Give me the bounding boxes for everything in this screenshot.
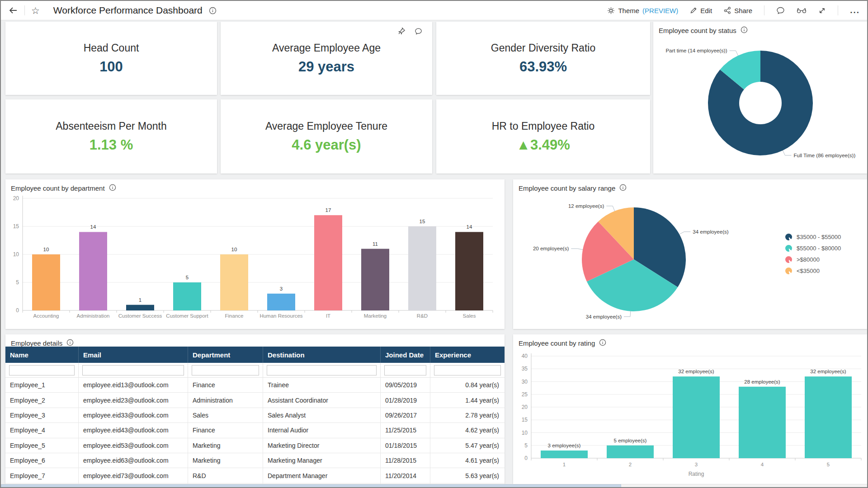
bar-finance[interactable] — [220, 254, 248, 310]
table-cell: employee.eid53@outlook.com — [78, 438, 188, 453]
comment-bubble-icon[interactable] — [415, 27, 422, 35]
rating-bar-chart[interactable]: 05101520253035403 employee(s)15 employee… — [513, 334, 867, 484]
bar-human-resources[interactable] — [267, 294, 295, 310]
kpi-value: 29 years — [298, 59, 354, 75]
kpi-card-head-count: Head Count 100 — [5, 22, 217, 95]
info-icon[interactable] — [109, 184, 116, 192]
bar-2[interactable] — [607, 446, 654, 458]
toolbar-divider — [24, 5, 25, 15]
table-cell: Trainee — [263, 378, 380, 392]
bar-sales[interactable] — [455, 232, 483, 310]
horizontal-scrollbar — [1, 484, 867, 488]
table-cell: 11/28/2015 — [380, 453, 430, 468]
top-toolbar: ☆ Workforce Performance Dashboard Theme … — [1, 1, 867, 20]
bar-value-label: 14 — [90, 224, 96, 230]
bar-value-label: 32 employee(s) — [678, 369, 714, 374]
table-cell: Marketing — [188, 453, 263, 468]
svg-text:10: 10 — [13, 251, 19, 258]
comments-button[interactable] — [776, 6, 785, 14]
column-header-department[interactable]: Department — [188, 347, 263, 363]
share-button[interactable]: Share — [724, 7, 752, 14]
table-cell: Administration — [188, 393, 263, 407]
legend-item-55000-80000[interactable]: $55000 - $80000 — [785, 245, 841, 252]
table-row[interactable]: Employee_5employee.eid53@outlook.comMark… — [5, 438, 505, 453]
table-row[interactable]: Employee_4employee.eid43@outlook.comFina… — [5, 423, 505, 438]
filter-cell — [263, 363, 380, 377]
table-row[interactable]: Employee_7employee.eid73@outlook.comR&DD… — [5, 468, 505, 483]
svg-text:40: 40 — [522, 353, 528, 359]
bar-marketing[interactable] — [361, 249, 389, 310]
legend-label: >$80000 — [797, 256, 820, 263]
filter-input-experience[interactable] — [434, 365, 501, 375]
column-header-experience[interactable]: Experience — [430, 347, 505, 363]
axis-category-label: 2 — [629, 462, 632, 467]
filter-input-email[interactable] — [82, 365, 184, 375]
info-icon[interactable] — [619, 184, 627, 192]
status-donut-chart[interactable]: Full Time (86 employee(s))Part time (14 … — [653, 22, 867, 174]
info-icon[interactable] — [599, 339, 606, 347]
column-header-destination[interactable]: Destination — [263, 347, 380, 363]
bar-value-label: 11 — [373, 241, 378, 247]
axis-category-label: 3 — [695, 462, 698, 467]
table-cell: Marketing — [188, 438, 263, 453]
more-options-button[interactable]: ... — [850, 5, 860, 15]
filter-input-department[interactable] — [192, 365, 259, 375]
legend-item-35000[interactable]: <$35000 — [785, 267, 841, 274]
bar-administration[interactable] — [79, 232, 107, 310]
legend-item-80000[interactable]: >$80000 — [785, 256, 841, 263]
slice-data-label: Part time (14 employee(s)) — [665, 48, 727, 53]
bar-value-label: 10 — [231, 247, 237, 252]
table-cell: Sales Analyst — [263, 408, 380, 422]
svg-text:5: 5 — [524, 442, 528, 449]
info-icon[interactable] — [741, 26, 748, 35]
column-header-joined-date[interactable]: Joined Date — [380, 347, 430, 363]
bar-5[interactable] — [805, 376, 852, 458]
bar-3[interactable] — [673, 376, 720, 458]
fullscreen-button[interactable] — [818, 7, 826, 14]
pin-icon[interactable] — [398, 27, 406, 35]
bar-it[interactable] — [314, 215, 342, 310]
bar-customer-success[interactable] — [126, 305, 154, 310]
axis-category-label: Administration — [77, 313, 110, 319]
edit-button[interactable]: Edit — [690, 7, 712, 14]
theme-button[interactable]: Theme (PREVIEW) — [607, 7, 678, 14]
info-icon[interactable] — [66, 339, 74, 347]
kpi-value: 100 — [99, 59, 123, 75]
glasses-icon — [797, 7, 807, 14]
dashboard-info-icon[interactable] — [209, 7, 217, 14]
department-bar-chart[interactable]: 0510152010Accounting14Administration1Cus… — [5, 179, 505, 329]
filter-input-name[interactable] — [9, 365, 75, 375]
employee-table: NameEmailDepartmentDestinationJoined Dat… — [5, 347, 505, 484]
column-header-name[interactable]: Name — [5, 347, 78, 363]
table-row[interactable]: Employee_2employee.eid23@outlook.comAdmi… — [5, 393, 505, 408]
legend-item-35000-55000[interactable]: $35000 - $55000 — [785, 234, 841, 240]
bar-customer-support[interactable] — [173, 282, 201, 310]
views-button[interactable] — [797, 7, 807, 14]
bar-1[interactable] — [541, 450, 588, 458]
table-cell: 2.78 year(s) — [430, 408, 505, 422]
filter-cell — [430, 363, 505, 377]
legend-pie-icon — [785, 234, 792, 240]
axis-category-label: Finance — [225, 313, 244, 319]
favorite-button[interactable]: ☆ — [31, 6, 40, 15]
column-header-email[interactable]: Email — [78, 347, 188, 363]
back-button[interactable] — [8, 6, 18, 15]
table-cell: Employee_6 — [5, 453, 78, 468]
table-row[interactable]: Employee_3employee.eid33@outlook.comSale… — [5, 408, 505, 423]
kpi-card-hr-ratio: HR to Employee Ratio ▲3.49% — [436, 99, 650, 174]
table-cell: employee.eid63@outlook.com — [78, 453, 188, 468]
bar-value-label: 10 — [43, 247, 49, 252]
panel-title: Employee count by status — [659, 27, 736, 34]
table-row[interactable]: Employee_6employee.eid63@outlook.comMark… — [5, 453, 505, 468]
horizontal-scrollbar-thumb[interactable] — [1, 484, 621, 488]
filter-input-joined-date[interactable] — [384, 365, 426, 375]
comment-bubble-icon — [776, 6, 785, 14]
axis-category-label: 4 — [761, 462, 764, 467]
bar-4[interactable] — [739, 387, 786, 458]
kpi-card-gender-diversity: Gender Diversity Ratio 63.93% — [436, 22, 650, 95]
filter-input-destination[interactable] — [267, 365, 377, 375]
bar-r-d[interactable] — [408, 226, 436, 310]
table-row[interactable]: Employee_1employee.eid13@outlook.comFina… — [5, 378, 505, 393]
slice-data-label: 12 employee(s) — [568, 203, 604, 209]
bar-accounting[interactable] — [32, 254, 60, 310]
